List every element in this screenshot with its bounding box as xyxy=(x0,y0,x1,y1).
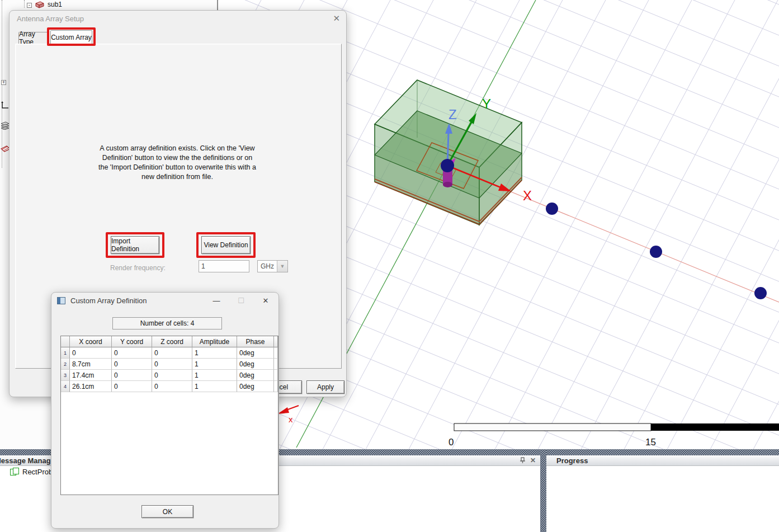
y-axis-label: Y xyxy=(482,96,491,111)
tree-expand-toggle[interactable]: + xyxy=(1,80,6,85)
cell-x-coord[interactable]: 17.4cm xyxy=(70,370,112,381)
table-row: 3 17.4cm 0 0 1 0deg xyxy=(61,370,278,381)
cell-z-coord[interactable]: 0 xyxy=(152,359,192,370)
cell-y-coord[interactable]: 0 xyxy=(112,347,152,359)
coordinate-system-icon xyxy=(1,101,10,110)
cell-y-coord[interactable]: 0 xyxy=(112,370,152,381)
solid-box-icon xyxy=(34,1,45,9)
pin-icon[interactable] xyxy=(518,456,528,464)
progress-title: Progress xyxy=(556,456,588,465)
view-definition-button[interactable]: View Definition xyxy=(201,236,251,254)
cell-z-coord[interactable]: 0 xyxy=(152,347,192,359)
cell-z-coord[interactable]: 0 xyxy=(152,381,192,392)
grid-origin-marker xyxy=(277,406,299,414)
message-manager-title: Message Manager xyxy=(0,456,58,465)
minimize-icon[interactable]: — xyxy=(208,296,225,305)
cell-amplitude[interactable]: 1 xyxy=(192,381,237,392)
table-row: 4 26.1cm 0 0 1 0deg xyxy=(61,381,278,392)
message-group-icon xyxy=(10,468,20,476)
tab-array-type[interactable]: Array Type xyxy=(18,32,48,44)
number-of-cells-label: Number of cells: 4 xyxy=(112,317,222,329)
row-number-header xyxy=(61,336,70,347)
cell-z-coord[interactable]: 0 xyxy=(152,370,192,381)
window-icon xyxy=(57,297,65,304)
column-header-z-coord[interactable]: Z coord xyxy=(152,336,192,347)
table-row: 2 8.7cm 0 0 1 0deg xyxy=(61,359,278,370)
scale-ruler xyxy=(454,423,779,431)
x-axis-small-label: x xyxy=(289,415,293,424)
frequency-unit-select[interactable]: GHz ▼ xyxy=(257,260,288,272)
dialog-title: Antenna Array Setup xyxy=(17,15,84,23)
ok-button[interactable]: OK xyxy=(141,505,193,518)
tree-collapse-toggle[interactable]: - xyxy=(27,3,32,8)
cad-title-bar[interactable]: Custom Array Definition — ☐ ✕ xyxy=(51,293,278,309)
column-header-x-coord[interactable]: X coord xyxy=(70,336,112,347)
custom-array-table: X coord Y coord Z coord Amplitude Phase … xyxy=(60,336,278,495)
cad-close-icon[interactable]: ✕ xyxy=(257,296,274,305)
info-text: A custom array definition exists. Click … xyxy=(93,144,261,182)
cell-x-coord[interactable]: 8.7cm xyxy=(70,359,112,370)
z-axis-label: Z xyxy=(448,107,457,122)
table-row: 1 0 0 0 1 0deg xyxy=(61,347,278,359)
column-header-y-coord[interactable]: Y coord xyxy=(112,336,152,347)
render-frequency-label: Render frequency: xyxy=(110,264,166,272)
progress-panel: Progress xyxy=(546,455,779,532)
custom-array-definition-dialog: Custom Array Definition — ☐ ✕ Number of … xyxy=(51,292,279,529)
scale-mid-label: 15 xyxy=(645,437,656,448)
column-header-stub xyxy=(274,336,278,347)
cell-x-coord[interactable]: 0 xyxy=(70,347,112,359)
cell-x-coord[interactable]: 26.1cm xyxy=(70,381,112,392)
row-number: 1 xyxy=(61,347,70,359)
render-frequency-input[interactable]: 1 xyxy=(199,260,249,272)
cell-amplitude[interactable]: 1 xyxy=(192,359,237,370)
table-header-row: X coord Y coord Z coord Amplitude Phase xyxy=(61,336,278,347)
chevron-down-icon: ▼ xyxy=(277,261,287,272)
cad-dialog-title: Custom Array Definition xyxy=(70,296,147,305)
scale-start-label: 0 xyxy=(448,437,454,448)
cell-stub xyxy=(274,370,278,381)
cell-phase[interactable]: 0deg xyxy=(237,359,274,370)
cell-phase[interactable]: 0deg xyxy=(237,370,274,381)
progress-body xyxy=(546,466,779,532)
tree-item-sub1[interactable]: sub1 xyxy=(48,1,62,8)
x-axis-label: X xyxy=(523,188,532,203)
progress-header[interactable]: Progress xyxy=(546,455,779,466)
highlight-custom-array-tab xyxy=(47,27,96,46)
cell-stub xyxy=(274,381,278,392)
cell-y-coord[interactable]: 0 xyxy=(112,381,152,392)
close-icon[interactable]: ✕ xyxy=(333,13,340,23)
column-header-phase[interactable]: Phase xyxy=(237,336,274,347)
column-header-amplitude[interactable]: Amplitude xyxy=(192,336,237,347)
cell-amplitude[interactable]: 1 xyxy=(192,370,237,381)
cell-amplitude[interactable]: 1 xyxy=(192,347,237,359)
row-number: 4 xyxy=(61,381,70,392)
row-number: 2 xyxy=(61,359,70,370)
frequency-unit-value: GHz xyxy=(258,261,277,272)
vertical-splitter[interactable] xyxy=(540,449,546,532)
row-number: 3 xyxy=(61,370,70,381)
tree-guide-line xyxy=(24,0,25,8)
cell-stub xyxy=(274,347,278,359)
cell-phase[interactable]: 0deg xyxy=(237,347,274,359)
cell-y-coord[interactable]: 0 xyxy=(112,359,152,370)
apply-button[interactable]: Apply xyxy=(306,380,344,394)
close-panel-icon[interactable]: ✕ xyxy=(528,456,538,464)
cell-phase[interactable]: 0deg xyxy=(237,381,274,392)
import-definition-button[interactable]: Import Definition xyxy=(111,236,159,254)
maximize-icon: ☐ xyxy=(233,296,249,305)
cell-stub xyxy=(274,359,278,370)
